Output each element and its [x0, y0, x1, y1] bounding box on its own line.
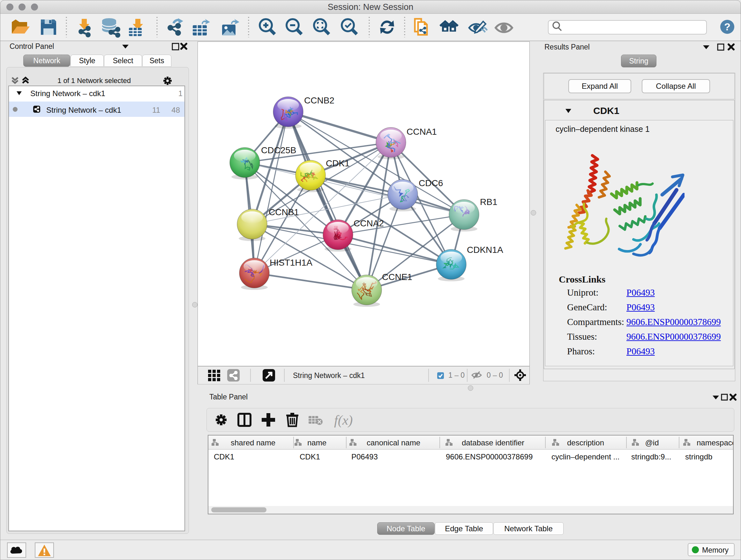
svg-text:shared name: shared name — [231, 438, 275, 447]
svg-text:name: name — [307, 438, 327, 447]
svg-text:String Network – cdk1: String Network – cdk1 — [293, 371, 365, 380]
svg-text:f(x): f(x) — [334, 413, 353, 428]
svg-text:CCNA2: CCNA2 — [354, 219, 384, 228]
svg-text:CCNB2: CCNB2 — [304, 96, 334, 105]
svg-text:0 – 0: 0 – 0 — [487, 371, 503, 379]
svg-text:namespace: namespace — [697, 438, 733, 447]
svg-text:CDC25B: CDC25B — [261, 145, 296, 155]
svg-text:1 – 0: 1 – 0 — [448, 371, 465, 379]
svg-text:RB1: RB1 — [480, 197, 497, 207]
svg-text:CDKN1A: CDKN1A — [467, 245, 503, 255]
svg-text:CCNB1: CCNB1 — [269, 207, 299, 217]
svg-text:HIST1H1A: HIST1H1A — [270, 258, 313, 267]
svg-text:canonical name: canonical name — [367, 438, 420, 447]
svg-text:description: description — [567, 438, 604, 447]
svg-text:CDK1: CDK1 — [326, 159, 350, 168]
svg-text:CCNA1: CCNA1 — [407, 127, 437, 137]
svg-text:CCNE1: CCNE1 — [382, 272, 412, 282]
svg-text:CDC6: CDC6 — [419, 178, 443, 188]
svg-text:@id: @id — [645, 438, 659, 447]
svg-text:database identifier: database identifier — [462, 438, 524, 447]
